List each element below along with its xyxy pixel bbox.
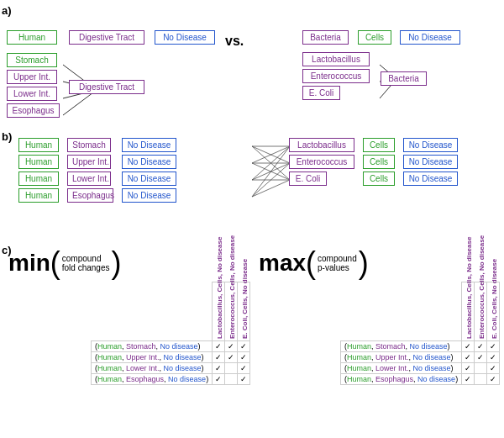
node-a-lowerint: Lower Int.	[7, 87, 57, 101]
svg-line-12	[252, 146, 290, 163]
table-row: (Human, Lower Int., No disease) ✓ ✓	[341, 363, 500, 374]
b-row2-col2: Upper Int.	[67, 155, 111, 169]
svg-line-15	[252, 146, 290, 180]
formula-right-text: compound p-values	[318, 254, 357, 272]
node-a-digestive2: Digestive Tract	[69, 80, 144, 94]
b-row1-col6: No Disease	[403, 138, 458, 152]
th-lacto-right: Lactobacillus, Cells, No disease	[462, 282, 475, 341]
b-row4-col1: Human	[18, 188, 59, 203]
svg-line-16	[252, 163, 290, 180]
table-row: (Human, Esophagus, No disease) ✓ ✓	[341, 374, 500, 385]
table-left: Lactobacillus, Cells, No disease Enteroc…	[91, 282, 250, 385]
section-b-label: b)	[2, 130, 12, 143]
b-row2-col1: Human	[18, 155, 59, 169]
b-row2-col3: No Disease	[122, 155, 176, 169]
table-row: (Human, Stomach, No disease) ✓ ✓ ✓	[341, 341, 500, 352]
node-a-digestive-top: Digestive Tract	[69, 30, 144, 45]
node-ar-lacto: Lactobacillus	[302, 52, 370, 66]
table-row: (Human, Lower Int., No disease) ✓ ✓	[92, 363, 250, 374]
vs-label: vs.	[225, 34, 244, 49]
b-row3-col3: No Disease	[122, 172, 176, 186]
th-lacto-left: Lactobacillus, Cells, No disease	[213, 282, 225, 341]
node-ar-nodisease-top: No Disease	[400, 30, 460, 45]
b-row1-col5: Cells	[363, 138, 395, 152]
table-row: (Human, Upper Int., No disease) ✓ ✓ ✓	[92, 352, 250, 363]
b-row3-col4: E. Coli	[289, 172, 327, 186]
table-right: Lactobacillus, Cells, No disease Enteroc…	[340, 282, 500, 385]
node-a-nodisease-top: No Disease	[155, 30, 215, 45]
node-a-esophagus: Esophagus	[7, 103, 60, 118]
b-row2-col6: No Disease	[403, 155, 458, 169]
section-a-label: a)	[2, 4, 12, 17]
svg-line-14	[252, 163, 290, 180]
node-a-stomach: Stomach	[7, 53, 57, 67]
table-right-container: Lactobacillus, Cells, No disease Enteroc…	[340, 282, 500, 385]
b-row1-col4: Lactobacillus	[289, 138, 354, 152]
b-row2-col4: Enterococcus	[289, 155, 354, 169]
svg-line-20	[252, 180, 290, 197]
formula-right: max ( compound p-values )	[259, 248, 369, 278]
b-row4-col2: Esophagus	[67, 188, 113, 203]
b-row3-col2: Lower Int.	[67, 172, 111, 186]
th-ecoli-right: E. Coli, Cells, No disease	[487, 282, 500, 341]
b-row3-col1: Human	[18, 172, 59, 186]
b-row3-col6: No Disease	[403, 172, 458, 186]
node-a-human: Human	[7, 30, 57, 45]
node-ar-entero: Enterococcus	[302, 69, 370, 83]
th-ecoli-left: E. Coli, Cells, No disease	[238, 282, 250, 341]
th-entero-right: Enterococcus, Cells, No disease	[475, 282, 487, 341]
svg-line-19	[252, 163, 290, 197]
node-ar-ecoli: E. Coli	[302, 86, 340, 100]
table-left-container: Lactobacillus, Cells, No disease Enteroc…	[91, 282, 250, 385]
b-row4-col3: No Disease	[122, 188, 176, 203]
b-row1-col2: Stomach	[67, 138, 111, 152]
th-entero-left: Enterococcus, Cells, No disease	[225, 282, 238, 341]
table-row: (Human, Upper Int., No disease) ✓ ✓ ✓	[341, 352, 500, 363]
formula-left-text: compound fold changes	[62, 254, 110, 272]
node-ar-bacteria-top: Bacteria	[302, 30, 349, 45]
formula-left-func: min	[8, 250, 50, 277]
b-row3-col5: Cells	[363, 172, 395, 186]
formula-left: min ( compound fold changes )	[8, 248, 122, 278]
b-row1-col1: Human	[18, 138, 59, 152]
table-row: (Human, Esophagus, No disease) ✓ ✓	[92, 374, 250, 385]
b-row2-col5: Cells	[363, 155, 395, 169]
formula-right-func: max	[259, 250, 306, 277]
svg-line-10	[252, 146, 290, 163]
table-row: (Human, Stomach, No disease) ✓ ✓ ✓	[92, 341, 250, 352]
node-ar-cells-top: Cells	[358, 30, 391, 45]
node-ar-bacteria2: Bacteria	[381, 71, 427, 86]
svg-line-18	[252, 146, 290, 197]
svg-line-11	[252, 146, 290, 180]
b-row1-col3: No Disease	[122, 138, 176, 152]
node-a-upperint: Upper Int.	[7, 70, 57, 84]
